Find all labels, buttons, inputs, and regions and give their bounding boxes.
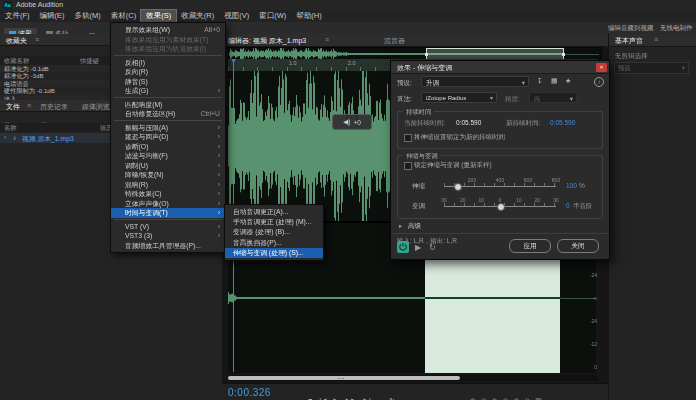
tab-mixer[interactable]: 混音器 xyxy=(384,36,405,46)
lock-duration-checkbox[interactable] xyxy=(404,134,412,142)
advanced-toggle[interactable]: 高级 xyxy=(408,222,421,231)
menu-item[interactable]: 调制(U)› xyxy=(111,161,225,171)
file-name[interactable]: 视频 原木_1.mp3 xyxy=(22,134,74,144)
precision-select: 高▾ xyxy=(529,92,577,103)
essential-sound-header: 基本声音 ≡ xyxy=(609,34,696,47)
panel-menu-icon[interactable]: ≡ xyxy=(654,36,658,43)
panel-menu-icon[interactable]: ≡ xyxy=(27,102,31,109)
menu-item[interactable]: 混响(R)› xyxy=(111,180,225,190)
panel-menu-icon[interactable]: ≡ xyxy=(35,36,39,43)
dialog-title: 效果 - 伸缩与变调 xyxy=(397,63,452,73)
lock-duration-label[interactable]: 将伸缩设置锁定为新的持续时间 xyxy=(414,133,505,142)
advanced-arrow-icon[interactable]: ▸ xyxy=(399,222,402,230)
stretch-and-pitch-dialog: 效果 - 伸缩与变调 × 预设: 升调▾ ↧ ▦ ★ i 算法: iZotope… xyxy=(390,60,610,260)
loop-preview-icon[interactable]: ↻ xyxy=(429,243,436,252)
menu-item[interactable]: 延迟与回声(D)› xyxy=(111,132,225,142)
close-icon[interactable]: × xyxy=(596,63,607,72)
tab-favorites[interactable]: 收藏夹 xyxy=(6,36,27,46)
panel-menu-icon[interactable]: ≡ xyxy=(325,36,329,43)
tab-files[interactable]: 文件 xyxy=(6,102,20,112)
preset-select[interactable]: 升调▾ xyxy=(421,76,529,87)
chevron-down-icon: ▾ xyxy=(490,93,493,104)
menubar-item[interactable]: 帮助(H) xyxy=(291,10,326,22)
pitch-slider[interactable]: 3020100102030 xyxy=(444,206,556,207)
app-title: Adobe Audition xyxy=(16,1,63,8)
new-duration-value[interactable]: 0:05.590 xyxy=(550,119,575,126)
stretch-slider-handle[interactable] xyxy=(454,183,462,191)
tab-essential-sound[interactable]: 基本声音 xyxy=(615,36,643,46)
menubar-item[interactable]: 素材(C) xyxy=(106,10,141,22)
save-preset-icon[interactable]: ↧ xyxy=(537,77,543,85)
menu-item[interactable]: 自动修复选区(H)Ctrl+U xyxy=(111,109,225,119)
menubar-item[interactable]: 收藏夹(R) xyxy=(176,10,219,22)
audition-logo-icon: Au xyxy=(3,1,12,9)
preview-play-icon[interactable]: ▶ xyxy=(415,243,421,252)
menu-item[interactable]: 滤波与均衡(F)› xyxy=(111,151,225,161)
tick-label: 10 xyxy=(516,197,522,203)
effect-power-toggle[interactable] xyxy=(397,241,409,253)
menubar-item[interactable]: 窗口(W) xyxy=(254,10,291,22)
info-icon[interactable]: i xyxy=(594,77,604,87)
menu-item[interactable]: 伸缩与变调 (处理) (S)... xyxy=(225,248,323,258)
menu-item[interactable]: 手动音调更正 (处理) (M)... xyxy=(225,217,323,227)
apply-button[interactable]: 应用 xyxy=(509,239,551,253)
ruler-label: 2.0 xyxy=(348,60,356,66)
pitch-value[interactable]: 0 xyxy=(566,202,570,209)
pitch-unit: 半音阶 xyxy=(573,202,593,211)
stretch-label: 伸缩 xyxy=(412,182,425,191)
files-name-header[interactable]: 名称 xyxy=(4,124,17,133)
menu-item[interactable]: 反向(R) xyxy=(111,67,225,77)
menu-item[interactable]: 振幅与压限(A)› xyxy=(111,123,225,133)
horizontal-scrollbar[interactable]: ▪▪▪ xyxy=(228,375,598,381)
delete-preset-icon[interactable]: ▦ xyxy=(551,77,558,85)
stretch-slider[interactable]: 200400600800 xyxy=(444,186,556,187)
tick-label: 400 xyxy=(496,177,504,183)
menu-item[interactable]: 反相(I) xyxy=(111,58,225,68)
menu-item[interactable]: 时间与变调(T)› xyxy=(111,208,225,218)
tab-editor[interactable]: 编辑器: 视频 原木_1.mp3 xyxy=(228,36,306,46)
menubar-item[interactable]: 文件(F) xyxy=(0,10,35,22)
menu-item[interactable]: 生成(G)› xyxy=(111,86,225,96)
db-label: 0 xyxy=(594,364,597,370)
menu-item[interactable]: 自动音调更正(A)... xyxy=(225,207,323,217)
menu-item[interactable]: 静音(S) xyxy=(111,77,225,87)
menubar-item[interactable]: 多轨(M) xyxy=(70,10,106,22)
no-clip-selected-text: 无剪辑选择 xyxy=(615,52,648,61)
close-button[interactable]: 关闭 xyxy=(557,239,599,253)
menu-item[interactable]: 变调器 (处理) (B)... xyxy=(225,227,323,237)
menu-item[interactable]: 匹配响度(M) xyxy=(111,100,225,110)
expander-icon[interactable]: › xyxy=(4,134,6,141)
db-label: -24 xyxy=(590,318,597,324)
dialog-title-bar[interactable]: 效果 - 伸缩与变调 × xyxy=(391,61,609,74)
stretch-value[interactable]: 100 xyxy=(566,182,577,189)
menubar-item[interactable]: 视图(V) xyxy=(219,10,254,22)
preset-label: 预设: xyxy=(397,79,412,88)
pitch-slider-handle[interactable] xyxy=(497,203,505,211)
favorite-star-icon[interactable]: ★ xyxy=(565,77,571,85)
lock-resample-checkbox[interactable] xyxy=(404,162,412,170)
tab-history[interactable]: 历史记录 xyxy=(40,102,68,112)
workspace-edit-audio-to-video[interactable]: 编辑音频到视频 xyxy=(608,24,654,33)
db-label: ∞ xyxy=(593,295,597,301)
menubar-item[interactable]: 编辑(E) xyxy=(35,10,70,22)
hud-volume-value[interactable]: +0 xyxy=(353,119,360,126)
menu-item[interactable]: 立体声声像(O)› xyxy=(111,199,225,209)
menu-item[interactable]: 降噪/恢复(N)› xyxy=(111,170,225,180)
menu-item[interactable]: 诊断(O)› xyxy=(111,142,225,152)
lock-resample-label[interactable]: 锁定伸缩与变调 (重新采样) xyxy=(414,161,492,170)
time-pitch-submenu: 自动音调更正(A)...手动音调更正 (处理) (M)...变调器 (处理) (… xyxy=(224,204,324,261)
menu-item[interactable]: 显示效果组(W)Alt+0 xyxy=(111,25,225,35)
time-display[interactable]: 0:00.326 xyxy=(228,387,271,398)
menu-item[interactable]: 音高换挡器(P)... xyxy=(225,238,323,248)
volume-hud[interactable]: ◀) +0 xyxy=(332,114,372,130)
menu-item[interactable]: 音频增效工具管理器(P)... xyxy=(111,241,225,251)
algorithm-select[interactable]: iZotope Radius▾ xyxy=(421,92,497,103)
menu-item[interactable]: VST (V)› xyxy=(111,222,225,232)
tick-label: 20 xyxy=(460,197,466,203)
precision-label: 精度: xyxy=(505,95,520,104)
menu-item[interactable]: VST3 (3)› xyxy=(111,231,225,241)
tick-label: 600 xyxy=(524,177,532,183)
menu-item[interactable]: 特殊效果(C)› xyxy=(111,189,225,199)
menubar-item[interactable]: 效果(S) xyxy=(141,10,176,22)
workspace-radio-production[interactable]: 无线电制作 xyxy=(660,24,693,33)
